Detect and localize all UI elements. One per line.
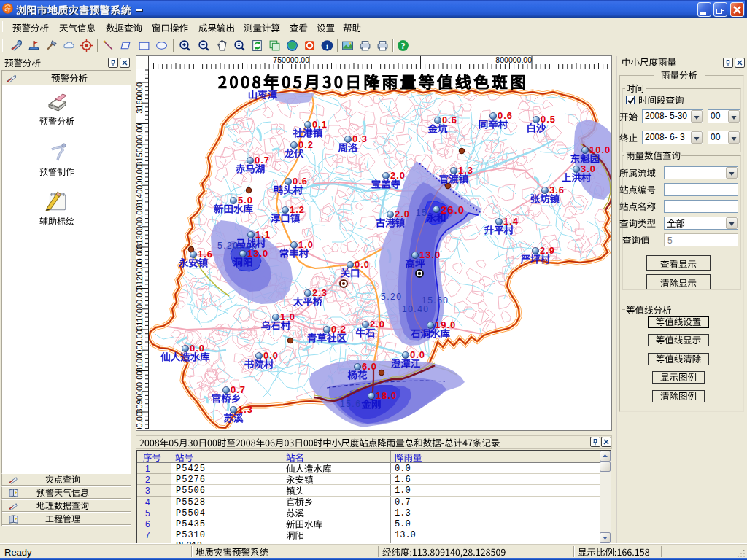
svg-text:dy: dy	[5, 6, 11, 12]
svg-text:3110000.00: 3110000.00	[136, 289, 144, 330]
svg-text:i: i	[326, 42, 328, 50]
svg-text:3080000.00: 3080000.00	[136, 412, 144, 429]
svg-text:800000.00: 800000.00	[495, 56, 532, 64]
svg-text:3100000.00: 3100000.00	[136, 330, 144, 372]
svg-text:3150000.00: 3150000.00	[136, 124, 144, 166]
svg-text:3120000.00: 3120000.00	[136, 247, 144, 289]
svg-text:3140000.00: 3140000.00	[136, 165, 144, 207]
svg-text:3090000.00: 3090000.00	[136, 371, 144, 413]
svg-text:3160000: 3160000	[136, 82, 144, 114]
svg-text:?: ?	[400, 41, 405, 51]
svg-text:750000.00: 750000.00	[273, 56, 309, 64]
svg-text:3130000.00: 3130000.00	[136, 206, 144, 249]
